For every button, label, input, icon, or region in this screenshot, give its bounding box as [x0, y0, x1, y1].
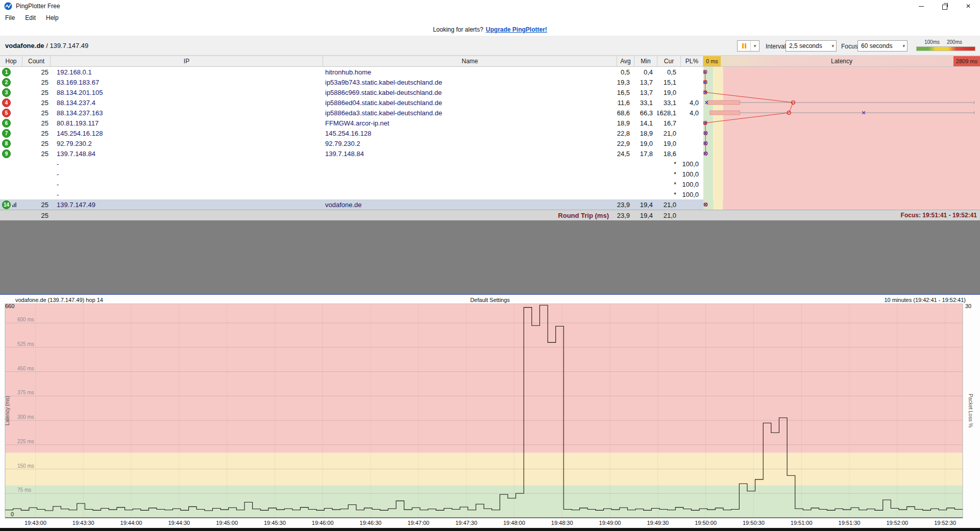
table-row[interactable]: 52588.134.237.163ip5886eda3.static.kabel… — [0, 108, 980, 118]
ip-cell: - — [51, 159, 323, 169]
menu-edit[interactable]: Edit — [20, 14, 41, 21]
pl-cell: 4,0 — [681, 108, 703, 118]
svg-text:300 ms: 300 ms — [17, 414, 34, 420]
min-cell: 0,4 — [634, 67, 657, 77]
ip-cell: - — [51, 179, 323, 189]
table-row[interactable]: 725145.254.16.128145.254.16.12822,818,92… — [0, 128, 980, 138]
pause-button[interactable] — [738, 41, 751, 51]
table-row[interactable]: -*100,0 — [0, 159, 980, 169]
minimize-button[interactable] — [910, 0, 933, 12]
latency-cell — [703, 138, 980, 148]
svg-text:19:46:30: 19:46:30 — [360, 520, 382, 526]
menu-help[interactable]: Help — [41, 14, 64, 21]
close-button[interactable]: ✕ — [957, 0, 980, 12]
table-row[interactable]: 1425139.7.147.49vodafone.de23,919,421,0 — [0, 199, 980, 210]
table-row[interactable]: 32588.134.201.105ip5886c969.static.kabel… — [0, 87, 980, 97]
svg-text:600 ms: 600 ms — [17, 317, 34, 322]
interval-value: 2,5 seconds — [789, 42, 822, 49]
cur-cell: * — [657, 179, 681, 189]
interval-select[interactable]: 2,5 seconds ▾ — [786, 40, 837, 52]
ip-cell: - — [51, 189, 323, 199]
name-cell — [323, 159, 617, 169]
table-row[interactable]: 22583.169.183.67ip53a9b743.static.kabel-… — [0, 77, 980, 87]
latency-cell — [703, 148, 980, 159]
min-cell: 13,7 — [634, 87, 657, 97]
latency-cell — [703, 199, 980, 210]
menu-file[interactable]: File — [0, 14, 20, 21]
column-header-latency[interactable]: Latency 0 ms 2809 ms — [703, 56, 980, 66]
column-header-pl[interactable]: PL% — [681, 56, 703, 66]
pl-cell: 4,0 — [681, 97, 703, 108]
title-bar: PingPlotter Free ✕ — [0, 0, 980, 12]
column-header-count[interactable]: Count — [22, 56, 51, 66]
cur-cell: 33,1 — [657, 97, 681, 108]
table-row[interactable]: 925139.7.148.84139.7.148.8424,517,818,6 — [0, 148, 980, 159]
svg-text:19:44:30: 19:44:30 — [168, 520, 190, 526]
ip-cell: 88.134.237.163 — [51, 108, 323, 118]
name-cell: 139.7.148.84 — [323, 148, 617, 159]
table-header: Hop Count IP Name Avg Min Cur PL% Latenc… — [0, 56, 980, 67]
min-cell: 66,3 — [634, 108, 657, 118]
table-row[interactable]: 125192.168.0.1hitronhub.home0,50,40,5 — [0, 67, 980, 77]
svg-text:150 ms: 150 ms — [17, 463, 34, 469]
table-row[interactable]: 42588.134.237.4ip5886ed04.static.kabel-d… — [0, 97, 980, 108]
upgrade-banner: Looking for alerts? Upgrade PingPlotter! — [0, 23, 980, 36]
ip-cell: 139.7.148.84 — [51, 148, 323, 159]
hop-badge: 14 — [2, 200, 11, 209]
ip-cell: 80.81.193.117 — [51, 118, 323, 128]
hop-cell: 7 — [0, 128, 22, 138]
name-cell: vodafone.de — [323, 199, 617, 210]
column-header-name[interactable]: Name — [323, 56, 617, 66]
svg-text:Packet Loss %: Packet Loss % — [968, 394, 973, 427]
count-cell: 25 — [22, 128, 51, 138]
ip-cell: 83.169.183.67 — [51, 77, 323, 87]
menu-bar: File Edit Help — [0, 12, 980, 23]
pause-dropdown[interactable]: ▾ — [751, 41, 759, 51]
cur-cell: 0,5 — [657, 67, 681, 77]
column-header-hop[interactable]: Hop — [0, 56, 22, 66]
svg-text:19:49:30: 19:49:30 — [647, 520, 669, 526]
latency-legend-bar — [916, 46, 975, 51]
column-header-avg[interactable]: Avg — [617, 56, 634, 66]
restore-button[interactable] — [933, 0, 957, 12]
hop-cell — [0, 189, 22, 199]
min-cell — [634, 189, 657, 199]
summary-row: 25 Round Trip (ms) 23,9 19,4 21,0 Focus:… — [0, 210, 980, 220]
svg-text:75 ms: 75 ms — [17, 487, 31, 493]
upgrade-link[interactable]: Upgrade PingPlotter! — [486, 26, 547, 33]
timeline-graph[interactable]: 19:43:0019:43:3019:44:0019:44:3019:45:00… — [0, 304, 980, 531]
chevron-down-icon: ▾ — [902, 43, 905, 48]
column-header-min[interactable]: Min — [634, 56, 657, 66]
hop-badge: 1 — [2, 68, 11, 77]
count-cell — [22, 159, 51, 169]
timeline-header: vodafone.de (139.7.147.49) hop 14 Defaul… — [0, 297, 980, 304]
timeline-range: 10 minutes (19:42:41 - 19:52:41) — [884, 297, 966, 303]
count-cell: 25 — [22, 199, 51, 210]
table-row[interactable]: 82592.79.230.292.79.230.222,919,019,0 — [0, 138, 980, 148]
table-row[interactable]: -*100,0 — [0, 179, 980, 189]
ip-cell: - — [51, 169, 323, 179]
hop-cell: 4 — [0, 97, 22, 108]
min-cell — [634, 179, 657, 189]
hop-badge: 3 — [2, 88, 11, 97]
ip-cell: 192.168.0.1 — [51, 67, 323, 77]
summary-count: 25 — [22, 211, 51, 220]
column-header-ip[interactable]: IP — [51, 56, 323, 66]
table-row[interactable]: 62580.81.193.117FFMGW4.arcor-ip.net18,91… — [0, 118, 980, 128]
count-cell: 25 — [22, 67, 51, 77]
table-row[interactable]: -*100,0 — [0, 169, 980, 179]
cur-cell: 19,0 — [657, 138, 681, 148]
svg-text:19:48:30: 19:48:30 — [551, 520, 573, 526]
column-header-cur[interactable]: Cur — [657, 56, 681, 66]
avg-cell: 0,5 — [617, 67, 634, 77]
table-row[interactable]: -*100,0 — [0, 189, 980, 199]
ip-cell: 139.7.147.49 — [51, 199, 323, 210]
latency-label: Latency — [703, 58, 980, 65]
avg-cell: 16,5 — [617, 87, 634, 97]
timeline-panel: vodafone.de (139.7.147.49) hop 14 Defaul… — [0, 295, 980, 529]
legend-200ms: 200ms — [947, 39, 962, 45]
focus-select[interactable]: 60 seconds ▾ — [857, 40, 908, 52]
avg-cell: 19,3 — [617, 77, 634, 87]
hop-cell — [0, 169, 22, 179]
hop-badge: 9 — [2, 149, 11, 158]
